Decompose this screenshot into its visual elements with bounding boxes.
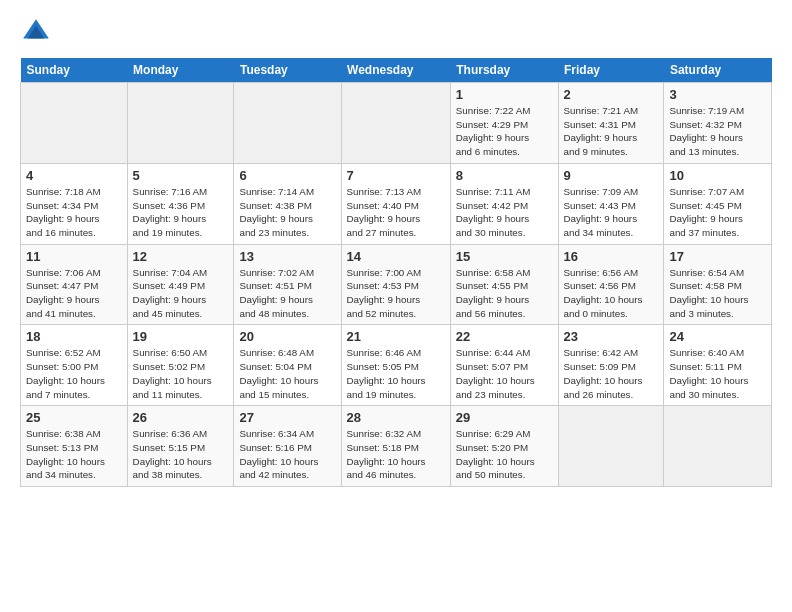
- calendar-table: SundayMondayTuesdayWednesdayThursdayFrid…: [20, 58, 772, 487]
- calendar-cell: [664, 406, 772, 487]
- calendar-cell: 17Sunrise: 6:54 AMSunset: 4:58 PMDayligh…: [664, 244, 772, 325]
- day-info: Sunrise: 7:18 AMSunset: 4:34 PMDaylight:…: [26, 185, 122, 240]
- day-info: Sunrise: 6:42 AMSunset: 5:09 PMDaylight:…: [564, 346, 659, 401]
- day-info: Sunrise: 6:44 AMSunset: 5:07 PMDaylight:…: [456, 346, 553, 401]
- day-info: Sunrise: 6:56 AMSunset: 4:56 PMDaylight:…: [564, 266, 659, 321]
- day-info: Sunrise: 6:34 AMSunset: 5:16 PMDaylight:…: [239, 427, 335, 482]
- calendar-cell: 11Sunrise: 7:06 AMSunset: 4:47 PMDayligh…: [21, 244, 128, 325]
- day-info: Sunrise: 7:09 AMSunset: 4:43 PMDaylight:…: [564, 185, 659, 240]
- day-number: 16: [564, 249, 659, 264]
- calendar-cell: 19Sunrise: 6:50 AMSunset: 5:02 PMDayligh…: [127, 325, 234, 406]
- day-number: 14: [347, 249, 445, 264]
- day-info: Sunrise: 7:16 AMSunset: 4:36 PMDaylight:…: [133, 185, 229, 240]
- calendar-cell: [127, 83, 234, 164]
- day-info: Sunrise: 7:22 AMSunset: 4:29 PMDaylight:…: [456, 104, 553, 159]
- day-info: Sunrise: 7:11 AMSunset: 4:42 PMDaylight:…: [456, 185, 553, 240]
- calendar-week-row: 1Sunrise: 7:22 AMSunset: 4:29 PMDaylight…: [21, 83, 772, 164]
- calendar-cell: 18Sunrise: 6:52 AMSunset: 5:00 PMDayligh…: [21, 325, 128, 406]
- calendar-cell: 13Sunrise: 7:02 AMSunset: 4:51 PMDayligh…: [234, 244, 341, 325]
- day-number: 23: [564, 329, 659, 344]
- day-number: 18: [26, 329, 122, 344]
- day-info: Sunrise: 6:46 AMSunset: 5:05 PMDaylight:…: [347, 346, 445, 401]
- day-number: 11: [26, 249, 122, 264]
- weekday-header-saturday: Saturday: [664, 58, 772, 83]
- day-number: 29: [456, 410, 553, 425]
- weekday-header-row: SundayMondayTuesdayWednesdayThursdayFrid…: [21, 58, 772, 83]
- day-info: Sunrise: 7:14 AMSunset: 4:38 PMDaylight:…: [239, 185, 335, 240]
- calendar-cell: 15Sunrise: 6:58 AMSunset: 4:55 PMDayligh…: [450, 244, 558, 325]
- day-number: 17: [669, 249, 766, 264]
- calendar-cell: 23Sunrise: 6:42 AMSunset: 5:09 PMDayligh…: [558, 325, 664, 406]
- day-info: Sunrise: 6:52 AMSunset: 5:00 PMDaylight:…: [26, 346, 122, 401]
- day-number: 19: [133, 329, 229, 344]
- calendar-cell: 14Sunrise: 7:00 AMSunset: 4:53 PMDayligh…: [341, 244, 450, 325]
- logo-icon: [20, 16, 52, 48]
- calendar-cell: 20Sunrise: 6:48 AMSunset: 5:04 PMDayligh…: [234, 325, 341, 406]
- weekday-header-tuesday: Tuesday: [234, 58, 341, 83]
- day-info: Sunrise: 6:40 AMSunset: 5:11 PMDaylight:…: [669, 346, 766, 401]
- day-number: 28: [347, 410, 445, 425]
- calendar-cell: 26Sunrise: 6:36 AMSunset: 5:15 PMDayligh…: [127, 406, 234, 487]
- day-number: 21: [347, 329, 445, 344]
- day-number: 24: [669, 329, 766, 344]
- day-info: Sunrise: 7:21 AMSunset: 4:31 PMDaylight:…: [564, 104, 659, 159]
- day-number: 8: [456, 168, 553, 183]
- day-number: 4: [26, 168, 122, 183]
- day-number: 1: [456, 87, 553, 102]
- day-number: 27: [239, 410, 335, 425]
- calendar-cell: 24Sunrise: 6:40 AMSunset: 5:11 PMDayligh…: [664, 325, 772, 406]
- day-info: Sunrise: 7:07 AMSunset: 4:45 PMDaylight:…: [669, 185, 766, 240]
- day-info: Sunrise: 7:00 AMSunset: 4:53 PMDaylight:…: [347, 266, 445, 321]
- day-number: 6: [239, 168, 335, 183]
- day-number: 26: [133, 410, 229, 425]
- day-info: Sunrise: 6:29 AMSunset: 5:20 PMDaylight:…: [456, 427, 553, 482]
- calendar-cell: 2Sunrise: 7:21 AMSunset: 4:31 PMDaylight…: [558, 83, 664, 164]
- weekday-header-thursday: Thursday: [450, 58, 558, 83]
- calendar-cell: 8Sunrise: 7:11 AMSunset: 4:42 PMDaylight…: [450, 163, 558, 244]
- calendar-week-row: 25Sunrise: 6:38 AMSunset: 5:13 PMDayligh…: [21, 406, 772, 487]
- calendar-cell: 22Sunrise: 6:44 AMSunset: 5:07 PMDayligh…: [450, 325, 558, 406]
- calendar-week-row: 11Sunrise: 7:06 AMSunset: 4:47 PMDayligh…: [21, 244, 772, 325]
- calendar-cell: 16Sunrise: 6:56 AMSunset: 4:56 PMDayligh…: [558, 244, 664, 325]
- calendar-cell: 4Sunrise: 7:18 AMSunset: 4:34 PMDaylight…: [21, 163, 128, 244]
- header: [20, 16, 772, 48]
- day-number: 13: [239, 249, 335, 264]
- day-number: 12: [133, 249, 229, 264]
- day-number: 10: [669, 168, 766, 183]
- day-info: Sunrise: 6:38 AMSunset: 5:13 PMDaylight:…: [26, 427, 122, 482]
- calendar-cell: 9Sunrise: 7:09 AMSunset: 4:43 PMDaylight…: [558, 163, 664, 244]
- calendar-cell: 25Sunrise: 6:38 AMSunset: 5:13 PMDayligh…: [21, 406, 128, 487]
- day-info: Sunrise: 6:54 AMSunset: 4:58 PMDaylight:…: [669, 266, 766, 321]
- calendar-cell: 6Sunrise: 7:14 AMSunset: 4:38 PMDaylight…: [234, 163, 341, 244]
- day-number: 22: [456, 329, 553, 344]
- day-info: Sunrise: 7:13 AMSunset: 4:40 PMDaylight:…: [347, 185, 445, 240]
- calendar-cell: 10Sunrise: 7:07 AMSunset: 4:45 PMDayligh…: [664, 163, 772, 244]
- calendar-cell: 27Sunrise: 6:34 AMSunset: 5:16 PMDayligh…: [234, 406, 341, 487]
- day-info: Sunrise: 6:48 AMSunset: 5:04 PMDaylight:…: [239, 346, 335, 401]
- calendar-cell: [558, 406, 664, 487]
- calendar-cell: 5Sunrise: 7:16 AMSunset: 4:36 PMDaylight…: [127, 163, 234, 244]
- calendar-cell: 3Sunrise: 7:19 AMSunset: 4:32 PMDaylight…: [664, 83, 772, 164]
- day-number: 20: [239, 329, 335, 344]
- weekday-header-sunday: Sunday: [21, 58, 128, 83]
- weekday-header-monday: Monday: [127, 58, 234, 83]
- day-number: 3: [669, 87, 766, 102]
- calendar-cell: 21Sunrise: 6:46 AMSunset: 5:05 PMDayligh…: [341, 325, 450, 406]
- weekday-header-wednesday: Wednesday: [341, 58, 450, 83]
- day-number: 15: [456, 249, 553, 264]
- day-number: 9: [564, 168, 659, 183]
- day-number: 2: [564, 87, 659, 102]
- logo: [20, 16, 56, 48]
- calendar-cell: 1Sunrise: 7:22 AMSunset: 4:29 PMDaylight…: [450, 83, 558, 164]
- calendar-cell: 28Sunrise: 6:32 AMSunset: 5:18 PMDayligh…: [341, 406, 450, 487]
- calendar-week-row: 18Sunrise: 6:52 AMSunset: 5:00 PMDayligh…: [21, 325, 772, 406]
- calendar-cell: [21, 83, 128, 164]
- day-number: 7: [347, 168, 445, 183]
- day-info: Sunrise: 7:04 AMSunset: 4:49 PMDaylight:…: [133, 266, 229, 321]
- day-info: Sunrise: 6:36 AMSunset: 5:15 PMDaylight:…: [133, 427, 229, 482]
- day-number: 5: [133, 168, 229, 183]
- calendar-cell: [234, 83, 341, 164]
- calendar-cell: 29Sunrise: 6:29 AMSunset: 5:20 PMDayligh…: [450, 406, 558, 487]
- day-info: Sunrise: 7:02 AMSunset: 4:51 PMDaylight:…: [239, 266, 335, 321]
- day-info: Sunrise: 6:50 AMSunset: 5:02 PMDaylight:…: [133, 346, 229, 401]
